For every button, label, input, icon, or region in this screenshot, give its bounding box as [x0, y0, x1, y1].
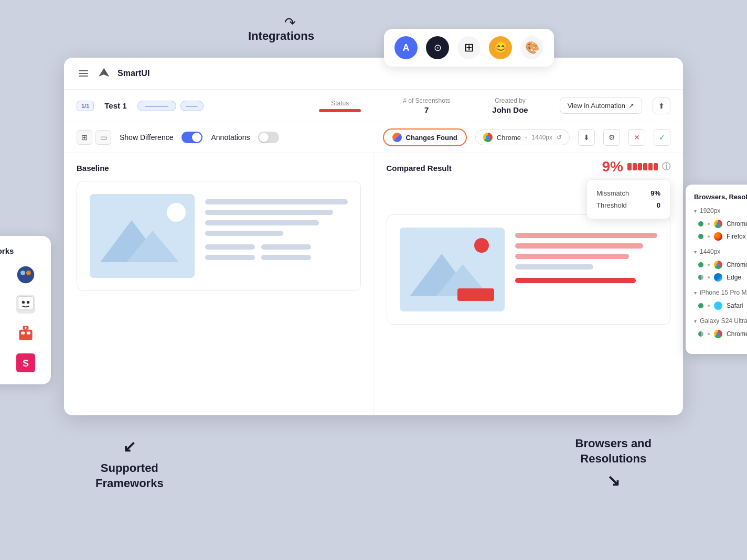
- resolution-group-1440: ▾ 1440px Chrome: [694, 248, 747, 284]
- dot-sep-1: [708, 223, 710, 225]
- overlay-view-button[interactable]: ▭: [95, 130, 111, 145]
- created-by-name: John Doe: [492, 105, 528, 114]
- mismatch-bar-chart: [627, 163, 658, 170]
- robot-icon: [15, 322, 37, 344]
- resolution-text: 1440px: [532, 134, 552, 141]
- annotations-toggle[interactable]: [258, 132, 279, 143]
- svg-point-14: [22, 301, 25, 304]
- dot-sep-6: [708, 333, 710, 335]
- status-dot-chrome-1920: [698, 221, 703, 227]
- browsers-panel: Browsers, Resolution & Devices ▾ 1920px …: [686, 185, 747, 354]
- test-badge: 1/1: [77, 101, 94, 111]
- tag-pill-2[interactable]: ——: [180, 101, 204, 111]
- status-dot-edge-1440: [698, 275, 703, 280]
- svg-text:S: S: [23, 358, 29, 369]
- frameworks-grid: ☕ JS: [0, 264, 42, 374]
- mismatch-percentage: 9% ⓘ: [602, 158, 670, 175]
- firefox-icon-1920: [714, 232, 722, 241]
- screenshots-label: # of Screenshots: [403, 97, 450, 104]
- share-icon: ⬆: [658, 102, 665, 110]
- puppeteer-icon: [15, 293, 37, 315]
- compared-panel: Compared Result 9% ⓘ: [374, 153, 684, 415]
- created-by-label: Created by: [495, 97, 526, 104]
- info-icon: ⓘ: [662, 161, 670, 173]
- toolbar: ⊞ ▭ Show Difference Annotations Changes …: [64, 122, 683, 153]
- svg-point-22: [25, 327, 27, 329]
- view-automation-button[interactable]: View in Automation ↗: [560, 98, 642, 114]
- hamburger-menu[interactable]: [77, 68, 90, 79]
- baseline-image: [90, 194, 195, 278]
- safari-label-iphone: Safari: [727, 302, 743, 309]
- screenshots-section: # of Screenshots 7: [403, 97, 450, 114]
- show-difference-toggle[interactable]: [182, 132, 202, 143]
- slack-icon[interactable]: ⊞: [457, 36, 481, 59]
- show-difference-label: Show Difference: [120, 133, 173, 142]
- chrome-icon-1920: [714, 220, 722, 228]
- github-icon[interactable]: ⊙: [426, 36, 449, 59]
- threshold-label: Threshold: [596, 201, 627, 209]
- page-wrapper: Integrations ↷ A ⊙ ⊞ 😊 🎨: [0, 0, 747, 560]
- resolution-iphone-label: iPhone 15 Pro Max: [700, 289, 747, 296]
- refresh-icon: ↺: [557, 134, 562, 141]
- resolution-iphone-header[interactable]: ▾ iPhone 15 Pro Max: [694, 289, 747, 296]
- threshold-value: 0: [657, 201, 660, 209]
- dot-sep-4: [708, 276, 710, 278]
- chrome-label-galaxy: Chrome: [727, 330, 747, 338]
- svg-rect-13: [18, 297, 33, 310]
- integrations-panel: A ⊙ ⊞ 😊 🎨: [384, 29, 554, 67]
- share-button[interactable]: ⬆: [653, 98, 670, 114]
- annotations-label: Annotations: [211, 133, 250, 142]
- browser-item-1440-edge[interactable]: Edge: [694, 271, 747, 284]
- approve-button[interactable]: ✓: [654, 129, 670, 146]
- mismatch-value: 9%: [650, 189, 660, 197]
- resolution-1920-header[interactable]: ▾ 1920px: [694, 207, 747, 214]
- diff-circle: [474, 238, 489, 253]
- threshold-row: Threshold 0: [596, 199, 660, 211]
- compared-image: [400, 228, 505, 311]
- resolution-galaxy-header[interactable]: ▾ Galaxy S24 Ultra 5G: [694, 317, 747, 325]
- mismatch-tooltip: Missmatch 9% Threshold 0: [586, 179, 670, 219]
- browser-item-galaxy-chrome[interactable]: Chrome: [694, 328, 747, 340]
- diff-rect: [457, 288, 494, 301]
- baseline-title: Baseline: [77, 164, 361, 173]
- settings-button[interactable]: ⚙: [603, 129, 620, 146]
- status-section: Status: [319, 100, 361, 112]
- test-tags: ———— ——: [137, 101, 204, 111]
- figma-icon[interactable]: 🎨: [520, 36, 543, 59]
- status-bar: [319, 109, 361, 112]
- compared-content-lines: [515, 228, 658, 283]
- browser-selector[interactable]: Chrome • 1440px ↺: [475, 130, 570, 145]
- split-view-button[interactable]: ⊞: [77, 130, 92, 145]
- reject-button[interactable]: ✕: [628, 129, 645, 146]
- status-dot-safari-iphone: [698, 303, 703, 308]
- edge-label-1440: Edge: [727, 274, 741, 281]
- resolution-1920-label: 1920px: [700, 207, 720, 214]
- mismatch-row: Missmatch 9%: [596, 187, 660, 199]
- app-header: SmartUI: [64, 58, 683, 90]
- changes-found-button[interactable]: Changes Found: [383, 128, 467, 146]
- svg-point-9: [26, 271, 31, 275]
- external-link-icon: ↗: [628, 102, 634, 110]
- browser-item-1920-chrome[interactable]: Chrome: [694, 218, 747, 230]
- dot-divider: •: [525, 134, 528, 142]
- mismatch-pct-value: 9%: [602, 158, 623, 175]
- brand-icon: [97, 66, 111, 81]
- browser-item-1920-firefox[interactable]: Firefox: [694, 230, 747, 243]
- dot-sep-2: [708, 235, 710, 238]
- playwright-icon: [15, 264, 37, 286]
- chrome-icon-galaxy: [714, 330, 722, 338]
- integrations-label: Integrations: [248, 29, 314, 43]
- download-button[interactable]: ⬇: [578, 129, 595, 146]
- test-name: Test 1: [104, 101, 126, 110]
- baseline-screenshot-card: [77, 181, 361, 291]
- supported-frameworks-label: ↙ Supported Frameworks: [95, 436, 164, 491]
- avatar-icon[interactable]: 😊: [489, 36, 512, 59]
- tag-pill-1[interactable]: ————: [137, 101, 176, 111]
- svg-point-8: [20, 271, 25, 275]
- compared-screenshot-card: [387, 214, 671, 325]
- baseline-panel: Baseline: [64, 153, 374, 415]
- browser-item-iphone-safari[interactable]: Safari: [694, 299, 747, 312]
- astronomer-icon[interactable]: A: [394, 36, 418, 59]
- browser-item-1440-chrome[interactable]: Chrome: [694, 259, 747, 271]
- resolution-1440-header[interactable]: ▾ 1440px: [694, 248, 747, 255]
